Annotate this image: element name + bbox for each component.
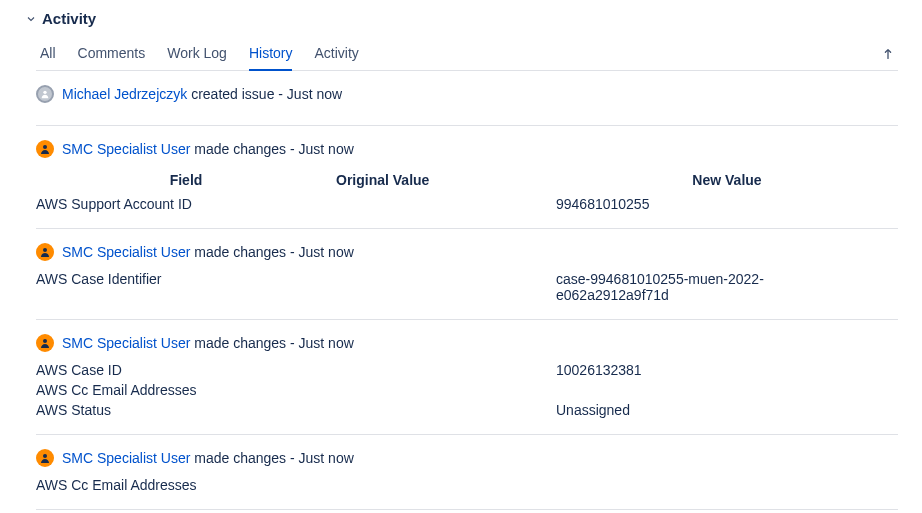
svg-point-3 bbox=[43, 339, 47, 343]
history-entry: SMC Specialist User made changes - Just … bbox=[36, 229, 898, 320]
field-row: AWS Case Identifier case-994681010255-mu… bbox=[36, 269, 898, 305]
history-entry: SMC Specialist User made changes - Just … bbox=[36, 126, 898, 229]
svg-point-0 bbox=[43, 91, 46, 94]
field-name: AWS Support Account ID bbox=[36, 196, 336, 212]
tab-comments[interactable]: Comments bbox=[78, 37, 146, 71]
entry-action: made changes - Just now bbox=[194, 335, 354, 351]
tab-activity[interactable]: Activity bbox=[314, 37, 358, 71]
avatar bbox=[36, 243, 54, 261]
original-value bbox=[336, 382, 556, 398]
user-link[interactable]: SMC Specialist User bbox=[62, 244, 190, 260]
avatar bbox=[36, 85, 54, 103]
tab-worklog[interactable]: Work Log bbox=[167, 37, 227, 71]
section-title: Activity bbox=[42, 10, 96, 27]
original-value bbox=[336, 477, 556, 493]
avatar bbox=[36, 140, 54, 158]
entry-action: made changes - Just now bbox=[194, 244, 354, 260]
col-header-field: Field bbox=[36, 172, 336, 188]
original-value bbox=[336, 271, 556, 303]
new-value bbox=[556, 477, 898, 493]
original-value bbox=[336, 362, 556, 378]
history-entry: Michael Jedrzejczyk created issue - Just… bbox=[36, 71, 898, 126]
history-entry: SMC Specialist User made changes - Just … bbox=[36, 435, 898, 510]
field-name: AWS Cc Email Addresses bbox=[36, 382, 336, 398]
svg-point-4 bbox=[43, 454, 47, 458]
new-value: 10026132381 bbox=[556, 362, 898, 378]
new-value: 994681010255 bbox=[556, 196, 898, 212]
field-name: AWS Case ID bbox=[36, 362, 336, 378]
field-row: AWS Cc Email Addresses bbox=[36, 380, 898, 400]
svg-point-1 bbox=[43, 145, 47, 149]
field-row: AWS Status Unassigned bbox=[36, 400, 898, 420]
col-header-new: New Value bbox=[556, 172, 898, 188]
tab-all[interactable]: All bbox=[40, 37, 56, 71]
user-link[interactable]: SMC Specialist User bbox=[62, 450, 190, 466]
history-entry: SMC Specialist User made changes - Just … bbox=[36, 320, 898, 435]
new-value: Unassigned bbox=[556, 402, 898, 418]
user-link[interactable]: SMC Specialist User bbox=[62, 335, 190, 351]
avatar bbox=[36, 334, 54, 352]
new-value: case-994681010255-muen-2022-e062a2912a9f… bbox=[556, 271, 786, 303]
original-value bbox=[336, 196, 556, 212]
col-header-original: Original Value bbox=[336, 172, 556, 188]
new-value bbox=[556, 382, 898, 398]
field-row: AWS Support Account ID 994681010255 bbox=[36, 194, 898, 214]
field-row: AWS Case ID 10026132381 bbox=[36, 360, 898, 380]
entry-action: created issue - Just now bbox=[191, 86, 342, 102]
collapse-toggle[interactable] bbox=[24, 12, 38, 26]
field-name: AWS Case Identifier bbox=[36, 271, 336, 303]
entry-action: made changes - Just now bbox=[194, 141, 354, 157]
user-link[interactable]: SMC Specialist User bbox=[62, 141, 190, 157]
field-name: AWS Cc Email Addresses bbox=[36, 477, 336, 493]
svg-point-2 bbox=[43, 248, 47, 252]
user-link[interactable]: Michael Jedrzejczyk bbox=[62, 86, 187, 102]
sort-ascending-icon[interactable] bbox=[878, 44, 898, 64]
field-name: AWS Status bbox=[36, 402, 336, 418]
tab-history[interactable]: History bbox=[249, 37, 293, 71]
field-row: AWS Cc Email Addresses bbox=[36, 475, 898, 495]
original-value bbox=[336, 402, 556, 418]
avatar bbox=[36, 449, 54, 467]
activity-tabs: All Comments Work Log History Activity bbox=[36, 37, 898, 71]
entry-action: made changes - Just now bbox=[194, 450, 354, 466]
